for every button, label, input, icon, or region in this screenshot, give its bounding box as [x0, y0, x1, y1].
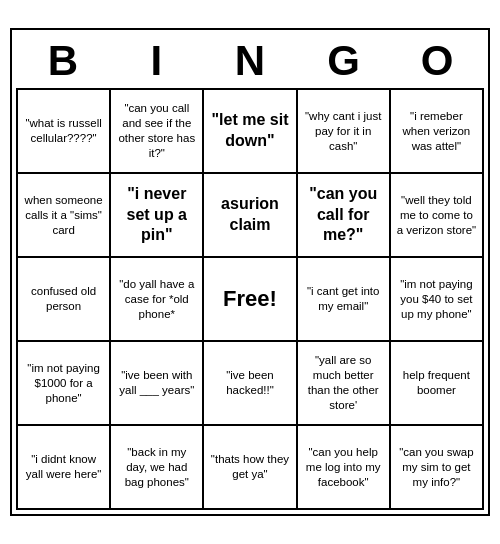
header-g: G — [297, 34, 391, 88]
header-o: O — [390, 34, 484, 88]
bingo-cell-18[interactable]: "yall are so much better than the other … — [298, 342, 391, 426]
bingo-cell-15[interactable]: "im not paying $1000 for a phone" — [18, 342, 111, 426]
bingo-cell-23[interactable]: "can you help me log into my facebook" — [298, 426, 391, 510]
bingo-card: B I N G O "what is russell cellular????"… — [10, 28, 490, 516]
bingo-cell-8[interactable]: "can you call for me?" — [298, 174, 391, 258]
bingo-cell-10[interactable]: confused old person — [18, 258, 111, 342]
bingo-cell-0[interactable]: "what is russell cellular????" — [18, 90, 111, 174]
bingo-cell-1[interactable]: "can you call and see if the other store… — [111, 90, 204, 174]
bingo-grid: "what is russell cellular????""can you c… — [16, 88, 484, 510]
bingo-cell-17[interactable]: "ive been hacked!!" — [204, 342, 297, 426]
bingo-cell-4[interactable]: "i remeber when verizon was attel" — [391, 90, 484, 174]
bingo-cell-6[interactable]: "i never set up a pin" — [111, 174, 204, 258]
bingo-header: B I N G O — [16, 34, 484, 88]
bingo-cell-12[interactable]: Free! — [204, 258, 297, 342]
bingo-cell-11[interactable]: "do yall have a case for *old phone* — [111, 258, 204, 342]
header-b: B — [16, 34, 110, 88]
bingo-cell-13[interactable]: "i cant get into my email" — [298, 258, 391, 342]
bingo-cell-3[interactable]: "why cant i just pay for it in cash" — [298, 90, 391, 174]
bingo-cell-24[interactable]: "can you swap my sim to get my info?" — [391, 426, 484, 510]
bingo-cell-20[interactable]: "i didnt know yall were here" — [18, 426, 111, 510]
bingo-cell-14[interactable]: "im not paying you $40 to set up my phon… — [391, 258, 484, 342]
bingo-cell-22[interactable]: "thats how they get ya" — [204, 426, 297, 510]
bingo-cell-2[interactable]: "let me sit down" — [204, 90, 297, 174]
bingo-cell-19[interactable]: help frequent boomer — [391, 342, 484, 426]
bingo-cell-21[interactable]: "back in my day, we had bag phones" — [111, 426, 204, 510]
header-i: I — [110, 34, 204, 88]
bingo-cell-9[interactable]: "well they told me to come to a verizon … — [391, 174, 484, 258]
bingo-cell-7[interactable]: asurion claim — [204, 174, 297, 258]
bingo-cell-5[interactable]: when someone calls it a "sims" card — [18, 174, 111, 258]
bingo-cell-16[interactable]: "ive been with yall ___ years" — [111, 342, 204, 426]
header-n: N — [203, 34, 297, 88]
